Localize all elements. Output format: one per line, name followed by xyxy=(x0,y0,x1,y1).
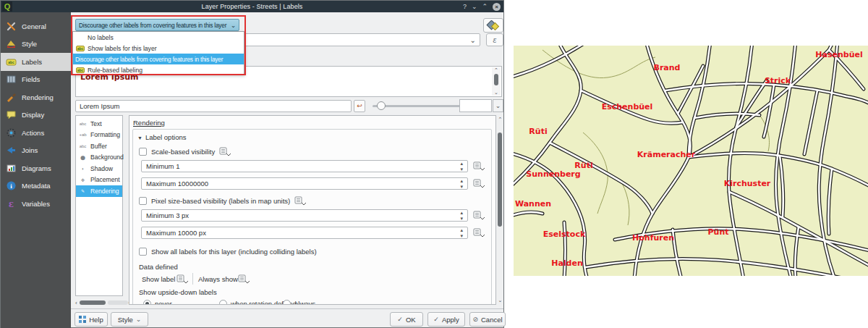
sidebar: General Style abc Labels Fields Renderin… xyxy=(1,12,71,328)
labeling-mode-combobox[interactable]: Discourage other labels from covering fe… xyxy=(75,19,239,31)
tab-formatting[interactable]: +abFormatting xyxy=(76,130,122,141)
collapse-triangle-icon[interactable]: ▼ xyxy=(137,135,142,140)
upside-down-never-option[interactable]: never xyxy=(143,300,172,305)
preview-size-dropdown[interactable]: ⌄ xyxy=(493,99,503,112)
option-rule-based[interactable]: abc Rule-based labeling xyxy=(73,64,244,75)
scroll-down-icon[interactable]: ⌄ xyxy=(497,298,503,303)
spin-down-icon: ▾ xyxy=(460,216,463,221)
sidebar-item-style[interactable]: Style xyxy=(1,35,71,54)
data-defined-icon[interactable] xyxy=(238,274,250,284)
sidebar-item-display[interactable]: Display xyxy=(1,106,71,125)
titlebar-help-icon[interactable]: ? xyxy=(463,3,467,10)
minimum-scale-spinbox[interactable]: Minimum 1 ▴▾ xyxy=(141,160,468,172)
scrollbar-thumb[interactable] xyxy=(80,300,106,305)
sidebar-item-fields[interactable]: Fields xyxy=(1,71,71,89)
maximum-scale-spinbox[interactable]: Maximum 10000000 ▴▾ xyxy=(141,177,468,190)
chevron-down-icon: ⌄ xyxy=(231,22,236,29)
reset-preview-button[interactable]: ↩ xyxy=(354,100,365,112)
sidebar-item-label: Fields xyxy=(22,75,40,83)
label-settings-tabs: abcText +abFormatting abcBuffer ⬤Backgro… xyxy=(75,115,123,296)
ok-button[interactable]: ✓ OK xyxy=(390,312,423,327)
map-label: Rüti xyxy=(529,127,547,136)
tab-placement[interactable]: ✥Placement xyxy=(76,174,122,186)
preview-scrollbar[interactable]: ⌃ ⌄ xyxy=(492,67,501,96)
option-show-labels[interactable]: abc Show labels for this layer xyxy=(73,43,244,54)
scroll-up-icon[interactable]: ⌃ xyxy=(492,67,501,73)
chevron-down-icon: ⌄ xyxy=(136,316,142,323)
sidebar-item-diagrams[interactable]: Diagrams xyxy=(1,159,71,177)
cancel-button[interactable]: ⊘ Cancel xyxy=(469,312,506,327)
footer-bar: Help Style ⌄ ✓ OK ✓ Apply ⊘ Cancel xyxy=(71,308,503,327)
expression-button[interactable]: ε xyxy=(486,33,503,46)
titlebar-shade-icon[interactable]: ⌄ xyxy=(472,3,477,10)
tab-shadow[interactable]: ◗Shadow xyxy=(76,163,122,174)
show-label-label: Show label xyxy=(142,275,175,283)
maximum-px-spinbox[interactable]: Maximum 10000 px ▴▾ xyxy=(141,227,468,239)
scrollbar-thumb[interactable] xyxy=(494,74,498,85)
label-options-group: ▼Label options Scale-based visibility Mi… xyxy=(132,129,492,305)
map-label: Sunnenberg xyxy=(526,169,580,179)
titlebar[interactable]: Q Layer Properties - Streets | Labels ? … xyxy=(1,1,503,12)
apply-button[interactable]: ✓ Apply xyxy=(427,312,465,327)
sidebar-item-label: Joins xyxy=(22,146,38,154)
svg-text:ε: ε xyxy=(9,199,14,209)
tab-background[interactable]: ⬤Background xyxy=(76,152,122,164)
cancel-icon: ⊘ xyxy=(472,316,478,323)
data-defined-icon[interactable] xyxy=(473,179,485,188)
qgis-logo-icon: Q xyxy=(2,1,12,12)
data-defined-icon[interactable] xyxy=(473,161,485,171)
shadow-icon: ◗ xyxy=(78,167,88,171)
scale-visibility-checkbox[interactable] xyxy=(139,148,147,156)
svg-text:abc: abc xyxy=(8,60,14,64)
sidebar-item-label: Actions xyxy=(22,129,44,137)
tab-rendering[interactable]: ✎Rendering xyxy=(76,185,122,197)
radio-when-rotation-defined[interactable] xyxy=(219,300,227,305)
formatting-icon: +ab xyxy=(78,133,88,137)
close-icon[interactable]: × xyxy=(493,3,501,11)
preview-text-input[interactable] xyxy=(75,100,352,112)
show-all-labels-checkbox[interactable] xyxy=(139,248,147,256)
slider-handle[interactable] xyxy=(377,101,386,110)
scrollbar-thumb[interactable] xyxy=(498,133,502,227)
data-defined-icon[interactable] xyxy=(219,147,231,156)
help-button[interactable]: Help xyxy=(75,312,108,327)
sidebar-item-labels[interactable]: abc Labels xyxy=(1,53,71,71)
sidebar-item-joins[interactable]: Joins xyxy=(1,142,71,160)
data-defined-icon[interactable] xyxy=(473,228,485,237)
radio-never[interactable] xyxy=(143,300,151,305)
tab-text[interactable]: abcText xyxy=(76,118,122,130)
sidebar-item-metadata[interactable]: i Metadata xyxy=(1,177,71,195)
background-icon: ⬤ xyxy=(78,155,88,160)
scroll-down-icon[interactable]: ⌄ xyxy=(492,90,501,96)
pixel-visibility-checkbox[interactable] xyxy=(139,197,147,205)
sidebar-item-label: Metadata xyxy=(22,182,51,190)
sidebar-item-general[interactable]: General xyxy=(1,17,71,35)
sidebar-item-label: Display xyxy=(22,111,44,119)
automated-placement-button[interactable] xyxy=(483,18,503,33)
map-label: Strick xyxy=(765,76,791,85)
scroll-left-icon[interactable]: ‹ xyxy=(75,300,77,306)
panel-scrollbar[interactable]: ⌃ ⌄ xyxy=(497,117,503,303)
scroll-up-icon[interactable]: ⌃ xyxy=(497,117,503,122)
minimum-px-spinbox[interactable]: Minimum 3 px ▴▾ xyxy=(141,209,468,222)
option-discourage-covering[interactable]: Discourage other labels from covering fe… xyxy=(73,54,244,64)
option-no-labels[interactable]: No labels xyxy=(73,32,244,43)
radio-always[interactable] xyxy=(283,300,291,305)
style-button[interactable]: Style ⌄ xyxy=(111,312,148,327)
sidebar-item-actions[interactable]: Actions xyxy=(1,124,71,142)
data-defined-icon[interactable] xyxy=(473,211,485,220)
sidebar-item-variables[interactable]: ε Variables xyxy=(1,195,71,213)
tabs-horizontal-scrollbar[interactable]: ‹ › xyxy=(75,299,130,306)
preview-size-field[interactable] xyxy=(459,99,492,112)
data-defined-icon[interactable] xyxy=(176,274,188,284)
titlebar-maximize-icon[interactable]: ⌃ xyxy=(482,3,488,10)
placement-icon: ✥ xyxy=(78,177,88,182)
map-preview: Hasenbüel Brand Strick Eschenbüel Rüti K… xyxy=(514,46,868,276)
map-label: Wannen xyxy=(515,199,551,209)
sidebar-item-rendering[interactable]: Rendering xyxy=(1,88,71,106)
map-label: Eschenbüel xyxy=(602,102,653,112)
data-defined-icon[interactable] xyxy=(294,196,306,206)
sidebar-item-label: Variables xyxy=(22,200,50,208)
tab-buffer[interactable]: abcBuffer xyxy=(76,140,122,152)
upside-down-always-option[interactable]: always xyxy=(283,300,315,305)
